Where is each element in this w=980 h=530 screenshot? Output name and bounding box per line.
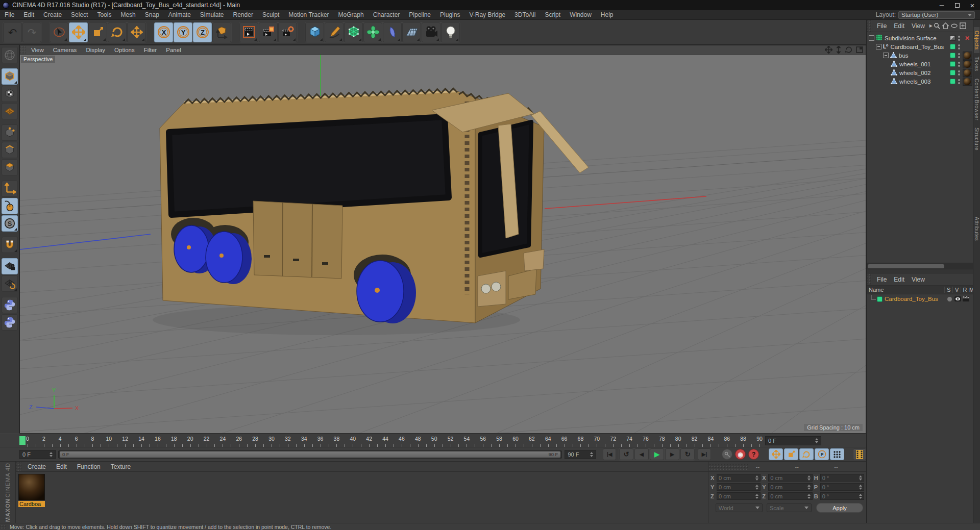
visibility-dots-icon[interactable] xyxy=(958,70,960,75)
autokeying-icon[interactable]: ? xyxy=(748,449,759,460)
visibility-column-header[interactable]: V xyxy=(952,287,961,293)
take-row[interactable]: Cardboard_Toy_Bus xyxy=(867,294,973,304)
rotation-h-field[interactable]: 0 ° xyxy=(820,474,864,482)
key-rotation-icon[interactable] xyxy=(799,448,814,460)
material-name[interactable]: Cardboa xyxy=(18,501,45,507)
goto-end-icon[interactable]: ▶| xyxy=(698,448,711,460)
transform-mode-dropdown[interactable]: Scale xyxy=(767,503,812,512)
frame-start-field[interactable]: 0 F xyxy=(19,450,56,459)
enabled-toggle[interactable] xyxy=(950,70,955,75)
redo-icon[interactable]: ↷ xyxy=(22,22,41,42)
panel-grip[interactable] xyxy=(867,273,872,285)
tree-row[interactable]: wheels_002 xyxy=(867,68,973,77)
size-y-field[interactable]: 0 cm xyxy=(768,483,812,491)
menu-overflow-icon[interactable]: ▶ xyxy=(929,23,933,28)
live-selection-icon[interactable] xyxy=(50,22,68,42)
panel-grip[interactable] xyxy=(867,20,872,32)
make-editable-icon[interactable] xyxy=(2,47,18,63)
move-tool-icon[interactable] xyxy=(69,22,88,42)
current-frame-field[interactable]: 0 F xyxy=(765,436,821,445)
menu-plugins[interactable]: Plugins xyxy=(435,11,464,18)
path-filter-icon[interactable] xyxy=(951,23,958,28)
key-scale-icon[interactable] xyxy=(784,448,798,460)
menu-script[interactable]: Script xyxy=(540,11,565,18)
previous-key-icon[interactable]: ↺ xyxy=(619,448,633,460)
texture-tag-icon[interactable] xyxy=(963,60,972,68)
object-manager-hscrollbar[interactable] xyxy=(867,263,973,269)
rotation-p-field[interactable]: 0 ° xyxy=(820,483,864,491)
tab-objects[interactable]: Objects xyxy=(974,27,979,53)
menu-window[interactable]: Window xyxy=(565,11,596,18)
panel-divider[interactable] xyxy=(867,269,973,273)
menu-create[interactable]: Create xyxy=(39,11,66,18)
play-icon[interactable]: ▶ xyxy=(650,448,664,460)
timeline-window-icon[interactable] xyxy=(853,448,866,460)
layout-dropdown[interactable]: Startup (User) xyxy=(898,11,975,19)
rotate-view-icon[interactable] xyxy=(845,46,852,54)
tab-takes[interactable]: Takes xyxy=(974,53,979,75)
enabled-toggle[interactable] xyxy=(950,44,955,49)
material-item[interactable]: Cardboa xyxy=(18,474,46,507)
current-frame-marker[interactable] xyxy=(19,436,26,445)
tree-row[interactable]: wheels_001 xyxy=(867,60,973,68)
enabled-toggle[interactable] xyxy=(950,79,955,84)
texture-tag-icon[interactable] xyxy=(963,52,972,60)
menu-help[interactable]: Help xyxy=(596,11,618,18)
viewport-menu-cameras[interactable]: Cameras xyxy=(48,47,82,53)
menu-mograph[interactable]: MoGraph xyxy=(334,11,369,18)
tab-structure[interactable]: Structure xyxy=(974,124,979,154)
collapse-toggle-icon[interactable] xyxy=(876,44,881,49)
size-x-field[interactable]: 0 cm xyxy=(768,474,812,482)
takes-panel-body[interactable] xyxy=(867,304,973,523)
scale-tool-icon[interactable] xyxy=(88,22,107,42)
stepper-icon[interactable] xyxy=(813,438,818,443)
material-menu-edit[interactable]: Edit xyxy=(51,463,72,470)
panel-grip[interactable] xyxy=(16,462,21,471)
panel-grip[interactable] xyxy=(20,45,26,54)
takes-menu-file[interactable]: File xyxy=(873,276,890,283)
stepper-icon[interactable] xyxy=(805,485,811,490)
stepper-icon[interactable] xyxy=(587,452,593,457)
edit-render-settings-icon[interactable] xyxy=(278,22,297,42)
menu-select[interactable]: Select xyxy=(66,11,92,18)
position-x-field[interactable]: 0 cm xyxy=(717,474,761,482)
last-used-tool-icon[interactable] xyxy=(127,22,146,42)
camera-label[interactable]: Perspective xyxy=(21,56,55,63)
render-to-picture-viewer-icon[interactable] xyxy=(259,22,278,42)
visibility-dots-icon[interactable] xyxy=(958,79,960,84)
close-button[interactable]: × xyxy=(965,0,980,10)
viewport-menu-options[interactable]: Options xyxy=(110,47,139,53)
add-camera-icon[interactable] xyxy=(422,22,440,42)
menu-pipeline[interactable]: Pipeline xyxy=(404,11,435,18)
solo-dot-icon[interactable] xyxy=(947,297,952,301)
add-cube-primitive-icon[interactable] xyxy=(305,22,324,42)
object-label[interactable]: wheels_002 xyxy=(899,70,948,76)
menu-3dtoall[interactable]: 3DToAll xyxy=(510,11,540,18)
home-icon[interactable] xyxy=(942,22,949,29)
viewport-canvas[interactable]: Perspective Grid Spacing : 10 cm xyxy=(20,55,866,433)
texture-mode-icon[interactable] xyxy=(2,86,18,102)
lock-x-axis-icon[interactable]: X xyxy=(154,22,173,42)
pan-view-icon[interactable] xyxy=(825,46,832,54)
rotate-tool-icon[interactable] xyxy=(108,22,127,42)
material-menu-create[interactable]: Create xyxy=(22,463,51,470)
stepper-icon[interactable] xyxy=(753,494,758,499)
stepper-icon[interactable] xyxy=(805,475,811,481)
collapse-toggle-icon[interactable] xyxy=(883,53,889,58)
next-key-icon[interactable]: ↻ xyxy=(680,448,695,460)
add-floor-icon[interactable] xyxy=(402,22,421,42)
menu-sculpt[interactable]: Sculpt xyxy=(258,11,284,18)
apply-button[interactable]: Apply xyxy=(816,503,863,513)
rotation-b-field[interactable]: 0 ° xyxy=(820,492,864,500)
points-mode-icon[interactable] xyxy=(2,124,18,141)
key-pla-icon[interactable] xyxy=(830,448,844,460)
position-z-field[interactable]: 0 cm xyxy=(717,492,761,500)
enabled-toggle[interactable] xyxy=(950,53,955,58)
enabled-toggle[interactable] xyxy=(950,61,955,67)
solo-column-header[interactable]: S xyxy=(944,287,952,293)
timeline-scrollbar[interactable]: 0 F 90 F xyxy=(58,450,562,459)
frame-end-field[interactable]: 90 F xyxy=(565,450,596,459)
record-key-icon[interactable] xyxy=(722,449,732,460)
polygons-mode-icon[interactable] xyxy=(2,159,18,175)
object-label[interactable]: wheels_003 xyxy=(899,79,948,85)
